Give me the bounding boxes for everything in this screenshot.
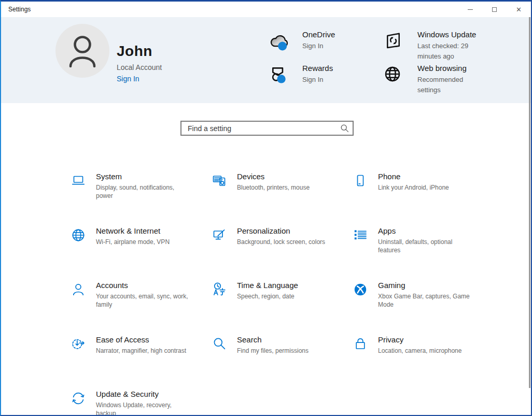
web-globe-icon	[382, 64, 407, 89]
quick-item-subtitle: Last checked: 29 minutes ago	[417, 41, 480, 62]
tile-subtitle: Display, sound, notifications, power	[96, 183, 191, 200]
tile-text: Update & Security Windows Update, recove…	[96, 389, 191, 416]
tile-text: Ease of Access Narrator, magnifier, high…	[96, 335, 186, 389]
quick-item-subtitle: Sign In	[302, 41, 335, 51]
avatar	[55, 24, 109, 78]
quick-item-subtitle: Recommended settings	[417, 75, 480, 95]
tile-subtitle: Speech, region, date	[237, 292, 298, 300]
devices-icon	[211, 173, 228, 189]
close-button[interactable]: ✕	[507, 2, 531, 17]
tile-title: Apps	[378, 226, 473, 236]
tile-text: Devices Bluetooth, printers, mouse	[237, 171, 310, 226]
rewards-medal-icon	[267, 64, 292, 89]
category-tile-personalization[interactable]: Personalization Background, lock screen,…	[210, 226, 351, 280]
tile-subtitle: Uninstall, defaults, optional features	[378, 238, 473, 254]
accounts-person-icon	[70, 281, 87, 298]
tile-subtitle: Background, lock screen, colors	[237, 238, 325, 246]
search-icon	[211, 336, 228, 352]
category-tile-update-security[interactable]: Update & Security Windows Update, recove…	[69, 389, 210, 416]
user-block: John Local Account Sign In	[117, 43, 162, 83]
quick-item-text: Web browsing Recommended settings	[417, 64, 480, 95]
category-tile-privacy[interactable]: Privacy Location, camera, microphone	[351, 335, 492, 389]
tile-subtitle: Location, camera, microphone	[378, 347, 461, 355]
windows-update-flag-icon	[382, 30, 407, 55]
tile-text: Personalization Background, lock screen,…	[237, 226, 325, 280]
tile-text: Network & Internet Wi-Fi, airplane mode,…	[96, 226, 170, 280]
category-grid: System Display, sound, notifications, po…	[69, 171, 492, 416]
maximize-icon	[492, 7, 497, 12]
quick-item-text: Windows Update Last checked: 29 minutes …	[417, 30, 480, 62]
lock-icon	[352, 336, 369, 352]
category-tile-gaming[interactable]: Gaming Xbox Game Bar, captures, Game Mod…	[351, 280, 492, 335]
quick-item-rewards[interactable]: Rewards Sign In	[267, 64, 333, 89]
title-bar: Settings ✕	[1, 2, 531, 17]
category-tile-devices[interactable]: Devices Bluetooth, printers, mouse	[210, 171, 351, 226]
search-input[interactable]	[180, 121, 354, 136]
quick-item-title: Rewards	[302, 64, 333, 73]
xbox-icon	[352, 281, 369, 298]
tile-subtitle: Find my files, permissions	[237, 347, 309, 355]
quick-item-onedrive[interactable]: OneDrive Sign In	[267, 30, 335, 55]
minimize-icon	[468, 9, 473, 10]
personalization-icon	[211, 227, 228, 243]
minimize-button[interactable]	[458, 2, 482, 17]
tile-title: System	[96, 171, 191, 181]
tile-title: Time & Language	[237, 280, 298, 290]
quick-item-title: OneDrive	[302, 30, 335, 39]
category-tile-network[interactable]: Network & Internet Wi-Fi, airplane mode,…	[69, 226, 210, 280]
tile-text: Privacy Location, camera, microphone	[378, 335, 461, 389]
category-tile-system[interactable]: System Display, sound, notifications, po…	[69, 171, 210, 226]
tile-title: Personalization	[237, 226, 325, 236]
tile-text: Accounts Your accounts, email, sync, wor…	[96, 280, 191, 335]
tile-subtitle: Bluetooth, printers, mouse	[237, 183, 310, 192]
category-tile-apps[interactable]: Apps Uninstall, defaults, optional featu…	[351, 226, 492, 280]
tile-title: Ease of Access	[96, 335, 186, 345]
tile-text: Search Find my files, permissions	[237, 335, 309, 389]
phone-icon	[352, 173, 369, 189]
tile-title: Privacy	[378, 335, 461, 345]
tile-subtitle: Wi-Fi, airplane mode, VPN	[96, 238, 170, 246]
tile-text: Phone Link your Android, iPhone	[378, 171, 449, 226]
hero-header: John Local Account Sign In OneDrive S	[1, 17, 531, 103]
tile-title: Devices	[237, 171, 310, 181]
vertical-scrollbar[interactable]	[529, 17, 530, 388]
tile-text: Apps Uninstall, defaults, optional featu…	[378, 226, 473, 280]
tile-subtitle: Windows Update, recovery, backup	[96, 401, 191, 416]
tile-text: Gaming Xbox Game Bar, captures, Game Mod…	[378, 280, 473, 335]
tile-text: Time & Language Speech, region, date	[237, 280, 298, 335]
apps-list-icon	[352, 227, 369, 243]
quick-item-title: Web browsing	[417, 64, 480, 73]
category-tile-phone[interactable]: Phone Link your Android, iPhone	[351, 171, 492, 226]
user-sign-in-link[interactable]: Sign In	[117, 75, 162, 83]
tile-text: System Display, sound, notifications, po…	[96, 171, 191, 226]
tile-title: Phone	[378, 171, 449, 181]
tile-subtitle: Xbox Game Bar, captures, Game Mode	[378, 292, 473, 309]
category-tile-search[interactable]: Search Find my files, permissions	[210, 335, 351, 389]
window-title: Settings	[8, 6, 31, 13]
quick-item-subtitle: Sign In	[302, 75, 333, 85]
tile-subtitle: Your accounts, email, sync, work, family	[96, 292, 191, 309]
network-globe-icon	[70, 227, 87, 243]
search-box	[180, 121, 354, 136]
tile-subtitle: Link your Android, iPhone	[378, 183, 449, 192]
tile-title: Accounts	[96, 280, 191, 290]
category-tile-ease-of-access[interactable]: Ease of Access Narrator, magnifier, high…	[69, 335, 210, 389]
quick-item-text: Rewards Sign In	[302, 64, 333, 89]
person-icon	[57, 25, 108, 77]
time-language-icon	[211, 281, 228, 298]
category-tile-accounts[interactable]: Accounts Your accounts, email, sync, wor…	[69, 280, 210, 335]
tile-title: Search	[237, 335, 309, 345]
category-tile-time-language[interactable]: Time & Language Speech, region, date	[210, 280, 351, 335]
ease-of-access-icon	[70, 336, 87, 352]
account-type: Local Account	[117, 63, 162, 71]
onedrive-cloud-icon	[267, 30, 292, 55]
quick-item-web-browsing[interactable]: Web browsing Recommended settings	[382, 64, 480, 95]
update-refresh-icon	[70, 390, 87, 407]
quick-item-windows-update[interactable]: Windows Update Last checked: 29 minutes …	[382, 30, 480, 62]
user-name: John	[117, 43, 162, 60]
settings-window: Settings ✕ John Local Account Sign In	[0, 0, 532, 416]
maximize-button[interactable]	[482, 2, 507, 17]
window-controls: ✕	[458, 2, 531, 17]
tile-subtitle: Narrator, magnifier, high contrast	[96, 347, 186, 355]
tile-title: Network & Internet	[96, 226, 170, 236]
